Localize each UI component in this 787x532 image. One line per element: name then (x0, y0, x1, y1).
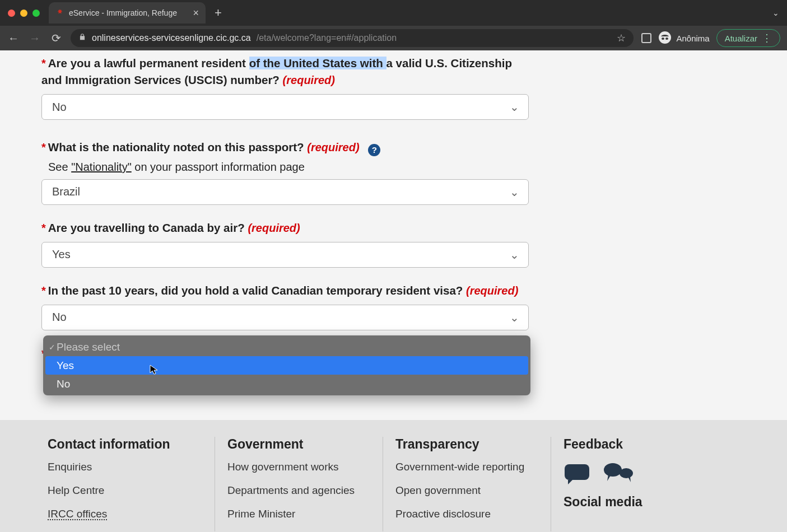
tab-bar: eService - Immigration, Refuge × + ⌄ (0, 0, 787, 26)
window-minimize-button[interactable] (20, 10, 27, 17)
label-text: What is the nationality noted on this pa… (48, 141, 304, 153)
label-text: In the past 10 years, did you hold a val… (48, 284, 463, 297)
field-nationality: *What is the nationality noted on this p… (41, 130, 535, 205)
browser-chrome: eService - Immigration, Refuge × + ⌄ ← →… (0, 0, 787, 50)
incognito-label: Anônima (676, 34, 709, 43)
footer-link-how-gov-works[interactable]: How government works (227, 461, 383, 473)
menu-kebab-icon[interactable]: ⋮ (762, 32, 772, 44)
tab-close-button[interactable]: × (193, 8, 199, 18)
chevron-down-icon: ⌄ (510, 311, 519, 324)
svg-point-4 (604, 463, 622, 477)
footer-heading: Transparency (395, 437, 551, 452)
required-star-icon: * (41, 222, 46, 234)
select-value: No (52, 311, 67, 324)
update-button[interactable]: Atualizar ⋮ (716, 29, 780, 47)
tab-favicon-icon (55, 8, 64, 17)
new-tab-button[interactable]: + (215, 7, 222, 19)
extensions-icon[interactable] (641, 33, 651, 43)
label-text: Are you travelling to Canada by air? (48, 221, 245, 234)
footer-col-contact: Contact information Enquiries Help Centr… (48, 437, 215, 531)
field-label: *Are you a lawful permanent resident of … (41, 55, 535, 88)
select-value: No (52, 101, 67, 114)
checkmark-icon: ✓ (49, 343, 55, 352)
mouse-cursor-icon (148, 364, 160, 377)
chevron-down-icon: ⌄ (510, 100, 519, 114)
nav-forward-button[interactable]: → (28, 32, 41, 45)
page-footer: Contact information Enquiries Help Centr… (0, 420, 787, 532)
label-text: Are you a lawful permanent resident (48, 57, 249, 69)
footer-link-open-gov[interactable]: Open government (395, 484, 551, 497)
label-highlight: of the United States with (249, 57, 386, 69)
page-content: *Are you a lawful permanent resident of … (0, 50, 787, 532)
footer-link-ircc-offices[interactable]: IRCC offices (48, 508, 215, 520)
nav-reload-button[interactable]: ⟳ (49, 31, 63, 45)
window-close-button[interactable] (8, 10, 15, 17)
field-past-trv: *In the past 10 years, did you hold a va… (41, 278, 535, 330)
select-value: Yes (52, 248, 71, 261)
svg-rect-3 (565, 464, 589, 480)
nav-back-button[interactable]: ← (7, 32, 20, 45)
svg-point-2 (665, 38, 668, 40)
required-indicator: (required) (248, 222, 300, 234)
footer-col-feedback: Feedback Social media (551, 437, 752, 531)
required-star-icon: * (41, 284, 46, 297)
url-host: onlineservices-servicesenligne.cic.gc.ca (92, 33, 251, 43)
required-star-icon: * (41, 141, 46, 153)
footer-link-prime-minister[interactable]: Prime Minister (227, 508, 383, 520)
incognito-indicator: Anônima (658, 31, 709, 46)
field-label: *Are you travelling to Canada by air? (r… (41, 220, 535, 236)
hint-text: on your passport information page (132, 161, 305, 173)
footer-link-departments[interactable]: Departments and agencies (227, 484, 383, 497)
update-label: Atualizar (725, 34, 757, 43)
required-indicator: (required) (466, 284, 518, 297)
incognito-icon (658, 31, 672, 46)
select-us-lpr[interactable]: No ⌄ (41, 94, 529, 120)
tabs-overflow-button[interactable]: ⌄ (772, 8, 779, 17)
select-value: Brazil (52, 185, 80, 198)
dropdown-option-placeholder[interactable]: ✓ Please select (45, 338, 528, 356)
dropdown-option-yes[interactable]: Yes (45, 356, 528, 375)
footer-link-gov-reporting[interactable]: Government-wide reporting (395, 461, 551, 473)
nationality-help-link[interactable]: "Nationality" (71, 161, 132, 173)
option-label: No (57, 378, 70, 390)
footer-col-transparency: Transparency Government-wide reporting O… (383, 437, 551, 531)
field-hint: See "Nationality" on your passport infor… (48, 161, 535, 174)
field-label: *What is the nationality noted on this p… (41, 139, 535, 156)
tab-title: eService - Immigration, Refuge (69, 8, 177, 17)
omnibox[interactable]: onlineservices-servicesenligne.cic.gc.ca… (71, 29, 634, 47)
required-star-icon: * (41, 57, 46, 69)
footer-heading: Feedback (564, 437, 752, 452)
window-controls (8, 10, 40, 17)
footer-heading: Social media (564, 494, 752, 510)
footer-link-enquiries[interactable]: Enquiries (48, 461, 215, 473)
hint-text: See (48, 161, 71, 173)
help-icon[interactable]: ? (368, 144, 380, 156)
bookmark-star-icon[interactable]: ☆ (617, 32, 626, 44)
footer-link-proactive-disclosure[interactable]: Proactive disclosure (395, 508, 551, 520)
select-past-trv[interactable]: No ⌄ (41, 305, 529, 330)
chevron-down-icon: ⌄ (510, 185, 519, 199)
select-travel-air[interactable]: Yes ⌄ (41, 242, 529, 268)
chevron-down-icon: ⌄ (510, 248, 519, 262)
select-us-visa-dropdown: ✓ Please select Yes No (43, 335, 530, 395)
field-us-lpr: *Are you a lawful permanent resident of … (41, 53, 535, 120)
footer-col-government: Government How government works Departme… (215, 437, 383, 531)
footer-link-help-centre[interactable]: Help Centre (48, 484, 215, 497)
field-travel-air: *Are you travelling to Canada by air? (r… (41, 215, 535, 268)
svg-point-5 (620, 468, 633, 478)
lock-icon (78, 33, 86, 43)
field-label: *In the past 10 years, did you hold a va… (41, 282, 535, 299)
option-label: Yes (57, 360, 74, 372)
svg-point-1 (662, 38, 664, 40)
select-nationality[interactable]: Brazil ⌄ (41, 179, 529, 205)
footer-heading: Contact information (48, 437, 215, 452)
required-indicator: (required) (283, 74, 335, 86)
option-label: Please select (57, 341, 120, 353)
browser-tab[interactable]: eService - Immigration, Refuge × (49, 2, 206, 24)
dropdown-option-no[interactable]: No (45, 375, 528, 393)
feedback-icon[interactable] (564, 461, 752, 484)
required-indicator: (required) (307, 141, 359, 153)
window-maximize-button[interactable] (32, 10, 40, 17)
address-bar: ← → ⟳ onlineservices-servicesenligne.cic… (0, 26, 787, 50)
url-path: /eta/welcome?lang=en#/application (257, 33, 397, 43)
